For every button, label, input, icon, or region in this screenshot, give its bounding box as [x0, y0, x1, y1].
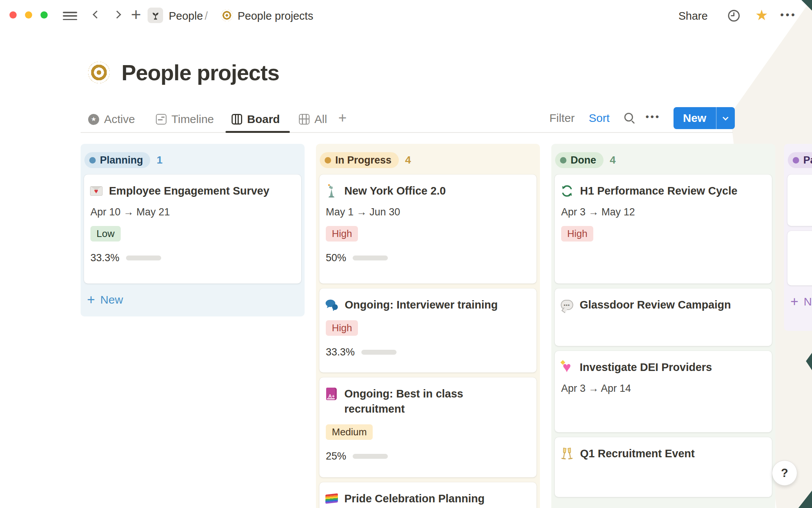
status-label: In Progress — [335, 154, 392, 166]
forward-icon[interactable] — [114, 12, 120, 19]
tabs-divider — [81, 132, 733, 133]
card-interviewer-training[interactable]: Ongoing: Interviewer training High 33.3% — [319, 288, 537, 372]
share-button[interactable]: Share — [678, 10, 708, 22]
plus-icon — [87, 294, 95, 305]
view-tabs-bar: Active Timeline Board All Filter Sort Ne… — [0, 107, 812, 134]
new-button-label: New — [674, 112, 716, 125]
column-done: Done 4 H1 Performance Review Cycle Apr 3… — [551, 144, 775, 508]
new-dropdown-button[interactable] — [717, 107, 735, 129]
love-letter-icon — [90, 183, 103, 198]
more-icon[interactable] — [780, 9, 796, 21]
page-target-icon[interactable] — [88, 62, 110, 83]
card-dates: Apr 3 → May 12 — [561, 206, 765, 218]
sidebar-menu-icon[interactable] — [63, 12, 77, 20]
minimize-window-icon[interactable] — [25, 11, 32, 19]
a-plus-book-icon — [325, 386, 338, 401]
card-employee-engagement-survey[interactable]: Employee Engagement Survey Apr 10 → May … — [84, 175, 301, 284]
add-view-icon[interactable] — [338, 109, 347, 126]
speech-bubbles-icon — [325, 297, 338, 312]
card-title: Ongoing: Best in class recruitment — [344, 386, 507, 416]
plant-icon — [151, 11, 160, 20]
card-q1-recruitment-event[interactable]: Q1 Recruitment Event — [555, 437, 772, 497]
card-title: Investigate DEI Providers — [580, 360, 712, 375]
back-icon[interactable] — [94, 12, 100, 19]
window-controls — [9, 11, 48, 19]
tab-timeline[interactable]: Timeline — [156, 111, 214, 128]
card-glassdoor-review-campaign[interactable]: Glassdoor Review Campaign — [555, 288, 772, 346]
card-title: Pride Celebration Planning — [344, 491, 485, 506]
close-window-icon[interactable] — [9, 11, 17, 19]
priority-tag: High — [561, 226, 593, 242]
column-count: 4 — [405, 154, 411, 166]
tab-all[interactable]: All — [299, 111, 327, 128]
card-title: Glassdoor Review Campaign — [580, 297, 731, 312]
card-pride-celebration-planning[interactable]: Pride Celebration Planning — [319, 482, 537, 508]
status-pill-done[interactable]: Done — [555, 152, 604, 168]
status-pill-paused[interactable]: Pa — [788, 152, 812, 168]
add-card-button[interactable]: New — [81, 288, 305, 306]
filter-button[interactable]: Filter — [549, 112, 575, 125]
column-header[interactable]: Pa — [784, 144, 812, 175]
card-best-in-class-recruitment[interactable]: Ongoing: Best in class recruitment Mediu… — [319, 377, 537, 477]
card-progress: 33.3% — [90, 252, 294, 264]
favorite-star-icon[interactable] — [755, 7, 768, 23]
star-circle-icon — [88, 114, 99, 125]
window-toolbar: People / People projects Share — [0, 0, 812, 30]
status-label: Planning — [100, 154, 143, 166]
card-investigate-dei-providers[interactable]: Investigate DEI Providers Apr 3 → Apr 14 — [555, 351, 772, 432]
breadcrumb-people-page-icon[interactable] — [148, 8, 163, 23]
add-card-button[interactable]: New — [551, 502, 775, 508]
priority-tag: Medium — [326, 424, 373, 440]
card-new-york-office[interactable]: New York Office 2.0 May 1 → Jun 30 High … — [319, 175, 537, 284]
tab-board[interactable]: Board — [232, 111, 280, 128]
search-icon[interactable] — [624, 113, 633, 122]
board-icon — [232, 114, 242, 125]
status-pill-in-progress[interactable]: In Progress — [320, 152, 399, 168]
card-untitled[interactable] — [787, 231, 812, 285]
page-title-block: People projects — [88, 60, 279, 85]
progress-bar — [126, 256, 161, 260]
breadcrumb-page[interactable]: People — [169, 10, 203, 22]
card-title: Ongoing: Interviewer training — [345, 297, 498, 312]
history-clock-icon[interactable] — [727, 9, 740, 24]
active-tab-underline — [226, 131, 290, 133]
progress-label: 25% — [326, 450, 346, 462]
add-card-button[interactable]: New — [784, 290, 812, 308]
tab-label: Timeline — [171, 113, 214, 126]
breadcrumb-target-icon — [221, 9, 233, 21]
tab-label: All — [314, 113, 327, 126]
column-header[interactable]: In Progress 4 — [316, 144, 540, 175]
help-button[interactable]: ? — [772, 460, 797, 486]
sort-button[interactable]: Sort — [589, 112, 610, 125]
column-in-progress: In Progress 4 New York Office 2.0 May 1 … — [316, 144, 540, 508]
tab-label: Active — [104, 113, 135, 126]
cycle-arrows-icon — [560, 183, 574, 198]
column-paused-partial: Pa New — [784, 144, 812, 331]
card-title: New York Office 2.0 — [344, 183, 446, 198]
column-header[interactable]: Done 4 — [551, 144, 775, 175]
status-dot-icon — [793, 157, 799, 164]
card-dates: Apr 3 → Apr 14 — [561, 383, 765, 394]
add-card-label: New — [804, 295, 812, 308]
maximize-window-icon[interactable] — [40, 11, 48, 19]
progress-label: 50% — [326, 252, 346, 264]
sparkling-heart-icon — [560, 360, 573, 375]
progress-bar — [353, 454, 388, 459]
pride-flag-icon — [325, 491, 338, 506]
column-header[interactable]: Planning 1 — [81, 144, 305, 175]
new-page-icon[interactable] — [131, 4, 141, 25]
new-button[interactable]: New — [674, 107, 735, 129]
page-title[interactable]: People projects — [121, 60, 279, 85]
view-more-icon[interactable] — [646, 111, 660, 123]
clinking-glasses-icon — [560, 446, 574, 461]
breadcrumb-current-page[interactable]: People projects — [238, 10, 313, 22]
chevron-down-icon — [723, 114, 729, 120]
status-pill-planning[interactable]: Planning — [84, 152, 150, 168]
timeline-icon — [156, 114, 166, 125]
card-h1-performance-review[interactable]: H1 Performance Review Cycle Apr 3 → May … — [555, 175, 772, 284]
card-title: Employee Engagement Survey — [109, 183, 269, 198]
tab-active[interactable]: Active — [88, 111, 135, 128]
card-untitled[interactable] — [787, 175, 812, 226]
card-title: Q1 Recruitment Event — [580, 446, 695, 461]
speech-balloon-icon — [560, 297, 573, 312]
